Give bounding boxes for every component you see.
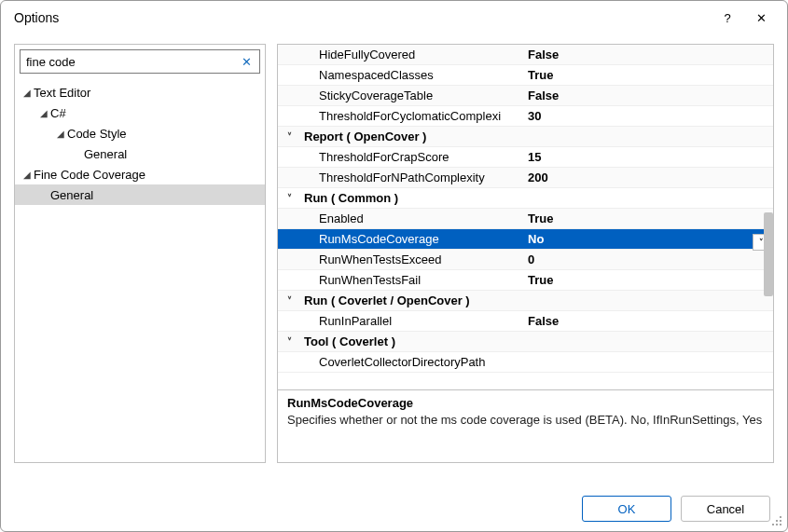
tree-item[interactable]: ◢C# bbox=[15, 102, 265, 123]
property-row[interactable]: ThresholdForCrapScore15 bbox=[278, 147, 773, 168]
property-name: StickyCoverageTable bbox=[300, 89, 524, 102]
expand-icon[interactable]: ˅ bbox=[278, 193, 300, 203]
property-pane: HideFullyCoveredFalseNamespacedClassesTr… bbox=[277, 44, 774, 463]
nav-pane: ✕ ◢Text Editor◢C#◢Code StyleGeneral◢Fine… bbox=[14, 44, 266, 463]
property-row[interactable]: NamespacedClassesTrue bbox=[278, 65, 773, 86]
property-name: RunWhenTestsFail bbox=[300, 273, 524, 287]
dialog-footer: OK Cancel bbox=[582, 496, 770, 522]
tree-item[interactable]: General bbox=[15, 184, 265, 205]
svg-point-4 bbox=[776, 520, 778, 522]
options-dialog: Options ? ✕ ✕ ◢Text Editor◢C#◢Code Style… bbox=[0, 0, 788, 532]
property-grid-wrap: HideFullyCoveredFalseNamespacedClassesTr… bbox=[278, 45, 773, 389]
property-value[interactable]: True bbox=[524, 273, 773, 287]
tree-item[interactable]: ◢Fine Code Coverage bbox=[15, 164, 265, 184]
tree-item-label: Code Style bbox=[67, 127, 127, 141]
svg-point-2 bbox=[780, 520, 781, 522]
tree-item[interactable]: ◢Code Style bbox=[15, 123, 265, 143]
dialog-body: ✕ ◢Text Editor◢C#◢Code StyleGeneral◢Fine… bbox=[1, 34, 787, 463]
search-box[interactable]: ✕ bbox=[20, 49, 260, 74]
property-group-header[interactable]: ˅Report ( OpenCover ) bbox=[278, 127, 773, 147]
tree-item-label: Text Editor bbox=[34, 86, 90, 100]
property-name: NamespacedClasses bbox=[300, 68, 524, 82]
property-value[interactable]: False bbox=[524, 48, 773, 61]
property-value[interactable]: True bbox=[524, 211, 773, 225]
property-value[interactable]: False bbox=[524, 314, 773, 328]
property-name: RunWhenTestsExceed bbox=[300, 252, 524, 266]
property-value[interactable]: 15 bbox=[524, 150, 773, 164]
property-name: Tool ( Coverlet ) bbox=[300, 334, 524, 348]
property-row[interactable]: EnabledTrue bbox=[278, 209, 773, 229]
property-name: ThresholdForCrapScore bbox=[300, 150, 524, 164]
property-row[interactable]: ThresholdForNPathComplexity200 bbox=[278, 168, 773, 188]
chevron-down-icon[interactable]: ◢ bbox=[21, 88, 34, 98]
property-row[interactable]: StickyCoverageTableFalse bbox=[278, 86, 773, 106]
property-row[interactable]: RunInParallelFalse bbox=[278, 311, 773, 332]
property-name: ThresholdForNPathComplexity bbox=[300, 171, 524, 184]
property-name: RunInParallel bbox=[300, 314, 524, 328]
property-value[interactable]: False bbox=[524, 89, 773, 102]
help-button[interactable]: ? bbox=[711, 5, 744, 31]
expand-icon[interactable]: ˅ bbox=[278, 295, 300, 306]
property-group-header[interactable]: ˅Run ( Common ) bbox=[278, 188, 773, 209]
property-value[interactable]: No˅ bbox=[524, 232, 773, 246]
tree-item-label: Fine Code Coverage bbox=[34, 168, 145, 182]
chevron-down-icon[interactable]: ◢ bbox=[21, 170, 34, 180]
clear-search-icon[interactable]: ✕ bbox=[239, 55, 254, 69]
svg-point-5 bbox=[776, 524, 778, 525]
search-wrap: ✕ bbox=[15, 45, 265, 78]
property-row[interactable]: RunWhenTestsExceed0 bbox=[278, 250, 773, 270]
description-text: Specifies whether or not the ms code cov… bbox=[287, 412, 764, 429]
expand-icon[interactable]: ˅ bbox=[278, 336, 300, 347]
svg-point-1 bbox=[780, 516, 781, 518]
ok-button[interactable]: OK bbox=[582, 496, 671, 522]
tree-item-label: General bbox=[50, 188, 93, 202]
property-row[interactable]: CoverletCollectorDirectoryPath bbox=[278, 352, 773, 373]
svg-point-6 bbox=[772, 524, 774, 525]
property-row[interactable]: RunWhenTestsFailTrue bbox=[278, 270, 773, 291]
property-group-header[interactable]: ˅Run ( Coverlet / OpenCover ) bbox=[278, 291, 773, 311]
dialog-title: Options bbox=[14, 10, 711, 25]
property-grid[interactable]: HideFullyCoveredFalseNamespacedClassesTr… bbox=[278, 45, 773, 389]
property-name: Run ( Common ) bbox=[300, 191, 524, 205]
search-input[interactable] bbox=[26, 51, 239, 72]
chevron-down-icon[interactable]: ◢ bbox=[54, 129, 67, 139]
property-value[interactable]: 200 bbox=[524, 171, 773, 184]
resize-grip-icon[interactable] bbox=[770, 514, 783, 527]
property-name: Report ( OpenCover ) bbox=[300, 130, 524, 143]
property-name: Run ( Coverlet / OpenCover ) bbox=[300, 293, 524, 307]
cancel-button[interactable]: Cancel bbox=[681, 496, 770, 522]
description-title: RunMsCodeCoverage bbox=[287, 396, 764, 410]
property-group-header[interactable]: ˅Tool ( Coverlet ) bbox=[278, 332, 773, 352]
property-name: HideFullyCovered bbox=[300, 48, 524, 61]
property-value[interactable]: 0 bbox=[524, 252, 773, 266]
nav-tree[interactable]: ◢Text Editor◢C#◢Code StyleGeneral◢Fine C… bbox=[15, 78, 265, 462]
property-row[interactable]: HideFullyCoveredFalse bbox=[278, 45, 773, 65]
scrollbar[interactable] bbox=[764, 212, 773, 296]
tree-item[interactable]: ◢Text Editor bbox=[15, 82, 265, 102]
property-name: RunMsCodeCoverage bbox=[300, 232, 524, 246]
tree-item-label: C# bbox=[50, 106, 66, 120]
tree-item[interactable]: General bbox=[15, 143, 265, 164]
titlebar: Options ? ✕ bbox=[1, 1, 787, 34]
property-name: CoverletCollectorDirectoryPath bbox=[300, 355, 524, 369]
close-button[interactable]: ✕ bbox=[744, 5, 778, 31]
description-pane: RunMsCodeCoverage Specifies whether or n… bbox=[278, 389, 773, 462]
question-icon: ? bbox=[724, 11, 730, 25]
property-row[interactable]: RunMsCodeCoverageNo˅ bbox=[278, 229, 773, 250]
property-value[interactable]: True bbox=[524, 68, 773, 82]
chevron-down-icon[interactable]: ◢ bbox=[37, 108, 50, 118]
property-name: ThresholdForCyclomaticComplexi bbox=[300, 109, 524, 123]
expand-icon[interactable]: ˅ bbox=[278, 131, 300, 142]
property-row[interactable]: ThresholdForCyclomaticComplexi30 bbox=[278, 106, 773, 127]
property-name: Enabled bbox=[300, 211, 524, 225]
tree-item-label: General bbox=[84, 147, 127, 161]
close-icon: ✕ bbox=[756, 11, 767, 25]
property-value[interactable]: 30 bbox=[524, 109, 773, 123]
svg-point-3 bbox=[780, 524, 781, 525]
